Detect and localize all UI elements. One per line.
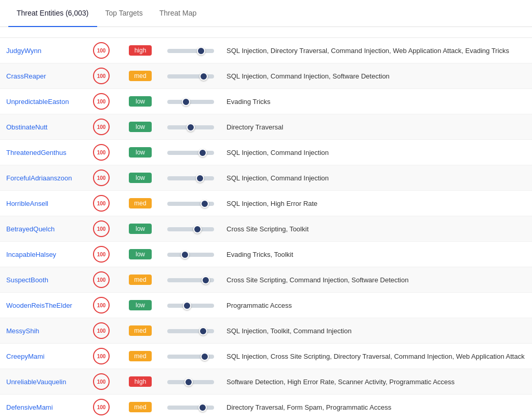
entity-link[interactable]: UnreliableVauquelin xyxy=(6,378,66,386)
slider-thumb xyxy=(202,276,210,284)
slider-thumb xyxy=(201,200,209,208)
slider-thumb xyxy=(182,98,190,106)
table-row: UnpredictableEaston100lowEvading Tricks xyxy=(0,89,532,114)
slider-track[interactable] xyxy=(167,227,214,231)
entity-link[interactable]: UnpredictableEaston xyxy=(6,98,69,106)
slider-track[interactable] xyxy=(167,355,214,359)
classification-text: SQL Injection, Command Injection xyxy=(220,165,532,191)
risk-badge: 100 xyxy=(93,220,110,237)
slider-thumb xyxy=(196,174,204,182)
slider-thumb xyxy=(198,403,207,412)
slider-thumb xyxy=(187,123,195,132)
classification-text: SQL Injection, Command Injection xyxy=(220,140,532,165)
table-row: WoodenReisTheElder100lowProgrammatic Acc… xyxy=(0,293,532,318)
tab-top-targets[interactable]: Top Targets xyxy=(97,0,151,27)
slider-track[interactable] xyxy=(167,100,214,104)
entity-link[interactable]: SuspectBooth xyxy=(6,276,48,284)
entity-link[interactable]: JudgyWynn xyxy=(6,47,42,55)
col-header-attack xyxy=(161,27,220,38)
slider-track[interactable] xyxy=(167,49,214,53)
entity-link[interactable]: WoodenReisTheElder xyxy=(6,302,72,309)
entity-link[interactable]: IncapableHalsey xyxy=(6,251,56,258)
classification-text: Cross Site Scripting, Toolkit xyxy=(220,216,532,242)
intensity-badge: low xyxy=(129,224,152,234)
intensity-badge: high xyxy=(129,45,152,56)
table-row: CreepyMami100medSQL Injection, Cross Sit… xyxy=(0,344,532,369)
col-header-classification xyxy=(220,27,532,38)
classification-text: SQL Injection, Directory Traversal, Comm… xyxy=(220,38,532,63)
risk-badge: 100 xyxy=(93,297,110,314)
slider-thumb xyxy=(200,72,208,81)
risk-badge: 100 xyxy=(93,246,110,263)
risk-badge: 100 xyxy=(93,373,110,390)
classification-text: Evading Tricks xyxy=(220,89,532,114)
slider-track[interactable] xyxy=(167,176,214,180)
table-container: JudgyWynn100highSQL Injection, Directory… xyxy=(0,27,532,418)
intensity-badge: low xyxy=(129,122,152,132)
entity-link[interactable]: CreepyMami xyxy=(6,352,45,360)
col-header-intensity xyxy=(119,27,161,38)
table-row: HorribleAnsell100medSQL Injection, High … xyxy=(0,191,532,216)
entity-link[interactable]: BetrayedQuelch xyxy=(6,225,55,233)
intensity-badge: low xyxy=(129,147,152,158)
entity-link[interactable]: ForcefulAdriaanszoon xyxy=(6,174,72,182)
entity-link[interactable]: HorribleAnsell xyxy=(6,200,48,207)
classification-text: Programmatic Access xyxy=(220,293,532,318)
classification-text: SQL Injection, High Error Rate xyxy=(220,191,532,216)
tabs-bar: Threat Entities (6,003)Top TargetsThreat… xyxy=(0,0,532,27)
slider-thumb xyxy=(184,378,193,386)
intensity-badge: low xyxy=(129,173,152,183)
slider-track[interactable] xyxy=(167,202,214,206)
entity-link[interactable]: MessyShih xyxy=(6,327,39,335)
table-row: UnreliableVauquelin100highSoftware Detec… xyxy=(0,369,532,395)
entity-link[interactable]: CrassReaper xyxy=(6,72,46,80)
slider-track[interactable] xyxy=(167,151,214,155)
risk-badge: 100 xyxy=(93,271,110,288)
risk-badge: 100 xyxy=(93,169,110,186)
table-row: BetrayedQuelch100lowCross Site Scripting… xyxy=(0,216,532,242)
entity-link[interactable]: ObstinateNutt xyxy=(6,123,48,131)
slider-track[interactable] xyxy=(167,406,214,410)
classification-text: Cross Site Scripting, Command Injection,… xyxy=(220,267,532,293)
threat-table: JudgyWynn100highSQL Injection, Directory… xyxy=(0,27,532,418)
risk-badge: 100 xyxy=(93,322,110,339)
slider-track[interactable] xyxy=(167,329,214,333)
risk-badge: 100 xyxy=(93,348,110,364)
slider-track[interactable] xyxy=(167,74,214,79)
col-header-risk xyxy=(83,27,119,38)
risk-badge: 100 xyxy=(93,42,110,59)
table-row: SuspectBooth100medCross Site Scripting, … xyxy=(0,267,532,293)
entity-link[interactable]: ThreatenedGenthus xyxy=(6,149,66,156)
classification-text: SQL Injection, Cross Site Scripting, Dir… xyxy=(220,344,532,369)
slider-thumb xyxy=(198,149,207,157)
risk-badge: 100 xyxy=(93,93,110,110)
slider-thumb xyxy=(181,251,189,259)
classification-text: SQL Injection, Toolkit, Command Injectio… xyxy=(220,318,532,344)
intensity-badge: low xyxy=(129,249,152,259)
table-row: ForcefulAdriaanszoon100lowSQL Injection,… xyxy=(0,165,532,191)
intensity-badge: med xyxy=(129,71,152,81)
risk-badge: 100 xyxy=(93,68,110,84)
table-row: ObstinateNutt100lowDirectory Traversal xyxy=(0,114,532,140)
entity-link[interactable]: DefensiveMami xyxy=(6,403,53,411)
intensity-badge: med xyxy=(129,402,152,412)
intensity-badge: med xyxy=(129,275,152,285)
intensity-badge: med xyxy=(129,325,152,336)
tab-threat-map[interactable]: Threat Map xyxy=(151,0,205,27)
slider-track[interactable] xyxy=(167,278,214,282)
slider-track[interactable] xyxy=(167,380,214,384)
slider-track[interactable] xyxy=(167,304,214,308)
col-header-entity xyxy=(0,27,83,38)
classification-text: Directory Traversal xyxy=(220,114,532,140)
slider-track[interactable] xyxy=(167,253,214,257)
table-row: IncapableHalsey100lowEvading Tricks, Too… xyxy=(0,242,532,267)
intensity-badge: low xyxy=(129,300,152,310)
tab-threat-entities-(6,003)[interactable]: Threat Entities (6,003) xyxy=(8,0,97,27)
risk-badge: 100 xyxy=(93,119,110,135)
classification-text: Evading Tricks, Toolkit xyxy=(220,242,532,267)
slider-track[interactable] xyxy=(167,125,214,129)
table-row: MessyShih100medSQL Injection, Toolkit, C… xyxy=(0,318,532,344)
slider-thumb xyxy=(199,327,207,335)
slider-thumb xyxy=(197,47,205,55)
intensity-badge: high xyxy=(129,376,152,387)
